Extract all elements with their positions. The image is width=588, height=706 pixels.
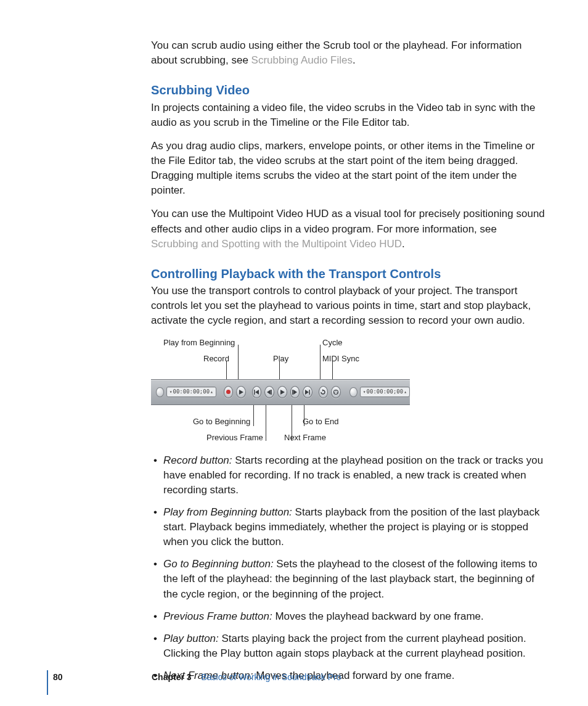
term: Play from Beginning button: (163, 506, 292, 518)
leader-line (266, 404, 266, 441)
next-frame-button[interactable] (290, 386, 300, 398)
label-go-to-end: Go to End (303, 416, 339, 427)
label-go-to-beginning: Go to Beginning (193, 416, 250, 427)
svg-marker-0 (239, 390, 243, 395)
svg-point-14 (335, 390, 337, 392)
label-previous-frame: Previous Frame (206, 432, 263, 443)
paragraph: You can use the Multipoint Video HUD as … (151, 207, 545, 251)
list-item: Previous Frame button: Moves the playhea… (151, 609, 545, 624)
svg-marker-5 (280, 390, 285, 395)
page-footer: 80 Chapter 3 Basics of Working in Soundt… (47, 670, 541, 695)
svg-marker-3 (267, 390, 271, 395)
svg-marker-2 (255, 390, 259, 395)
leader-line (238, 345, 239, 379)
record-button[interactable] (224, 386, 234, 398)
svg-rect-9 (309, 390, 311, 395)
svg-point-12 (334, 392, 335, 393)
chapter-title: Basics of Working in Soundtrack Pro (201, 672, 341, 682)
play-button[interactable] (277, 386, 287, 398)
play-from-beginning-button[interactable] (236, 386, 246, 398)
timecode-left[interactable]: ▾00:00:00;00▴ (166, 387, 216, 397)
chapter-number: Chapter 3 (152, 672, 192, 682)
svg-rect-4 (271, 390, 272, 395)
bullet-list: Record button: Starts recording at the p… (151, 453, 545, 684)
list-item: Play from Beginning button: Starts playb… (151, 505, 545, 549)
paragraph: You use the transport controls to contro… (151, 284, 545, 328)
jog-knob-right[interactable] (349, 387, 357, 397)
skip-start-icon (253, 389, 259, 395)
text: . (353, 54, 356, 66)
previous-frame-button[interactable] (264, 386, 274, 398)
skip-end-icon (304, 389, 311, 395)
leader-line (304, 404, 304, 426)
list-item: Play button: Starts playing back the pro… (151, 631, 545, 661)
page-number: 80 (53, 671, 63, 684)
transport-bar: ▾00:00:00;00▴ (151, 379, 410, 405)
label-play: Play (273, 353, 288, 364)
leader-line (226, 361, 227, 379)
heading-transport-controls: Controlling Playback with the Transport … (151, 265, 545, 282)
list-item: Go to Beginning button: Sets the playhea… (151, 557, 545, 601)
leader-line (279, 361, 280, 379)
leader-line (253, 404, 254, 426)
leader-line (332, 361, 333, 379)
play-begin-icon (238, 389, 244, 395)
label-record: Record (203, 353, 229, 364)
leader-line (292, 404, 292, 441)
term: Record button: (163, 454, 232, 466)
svg-marker-10 (322, 389, 324, 392)
label-midi-sync: MIDI Sync (322, 353, 359, 364)
go-to-end-button[interactable] (303, 386, 312, 398)
svg-rect-1 (254, 390, 255, 395)
link-multipoint-hud[interactable]: Scrubbing and Spotting with the Multipoi… (151, 238, 402, 250)
desc: Moves the playhead backward by one frame… (272, 610, 484, 622)
list-item: Record button: Starts recording at the p… (151, 453, 545, 498)
timecode-value: 00:00:00;00 (173, 388, 210, 396)
heading-scrubbing-video: Scrubbing Video (151, 81, 545, 99)
cycle-button[interactable] (319, 386, 329, 398)
timecode-right[interactable]: ▾00:00:00;00▴ (360, 387, 410, 397)
svg-marker-8 (305, 390, 309, 395)
term: Play button: (163, 633, 219, 644)
label-next-frame: Next Frame (284, 432, 326, 443)
leader-line (320, 345, 321, 379)
prev-frame-icon (266, 389, 272, 395)
term: Previous Frame button: (163, 610, 272, 622)
chapter-label: Chapter 3 Basics of Working in Soundtrac… (152, 671, 341, 684)
cycle-icon (320, 389, 326, 395)
midi-icon (333, 389, 339, 395)
svg-point-13 (337, 392, 338, 393)
link-scrubbing-audio[interactable]: Scrubbing Audio Files (251, 54, 353, 66)
label-play-from-beginning: Play from Beginning (163, 337, 235, 348)
play-icon (279, 389, 285, 395)
label-cycle: Cycle (322, 337, 343, 348)
page-content: You can scrub audio using either the Scr… (151, 38, 545, 691)
midi-sync-button[interactable] (331, 386, 341, 398)
timecode-value: 00:00:00;00 (367, 388, 404, 396)
text: You can use the Multipoint Video HUD as … (151, 208, 545, 234)
intro-paragraph: You can scrub audio using either the Scr… (151, 38, 545, 68)
transport-diagram: Play from Beginning Record Play Cycle MI… (151, 337, 410, 442)
record-icon (226, 390, 231, 394)
go-to-beginning-button[interactable] (252, 386, 262, 398)
jog-knob-left[interactable] (156, 387, 164, 397)
paragraph: In projects containing a video file, the… (151, 101, 545, 130)
text: . (402, 238, 405, 250)
term: Go to Beginning button: (163, 558, 274, 570)
paragraph: As you drag audio clips, markers, envelo… (151, 139, 545, 199)
next-frame-icon (292, 389, 298, 395)
svg-rect-6 (292, 390, 293, 395)
svg-marker-7 (293, 390, 297, 395)
